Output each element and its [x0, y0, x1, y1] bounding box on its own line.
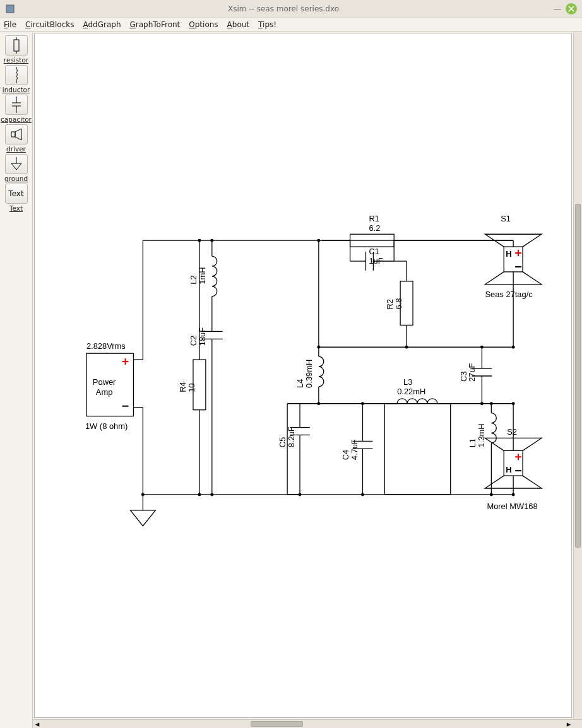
svg-point-86 [361, 402, 364, 405]
r1-name: R1 [369, 214, 379, 223]
svg-point-85 [317, 402, 320, 405]
svg-text:H: H [506, 465, 511, 474]
svg-point-84 [512, 346, 515, 349]
c4-value: 4.7uF [350, 439, 359, 460]
vscroll-thumb[interactable] [575, 204, 581, 548]
svg-rect-12 [11, 132, 15, 137]
r4-value: 10 [187, 383, 196, 392]
l3-value: 0.22mH [397, 387, 425, 396]
l4-value: 0.39mH [304, 360, 314, 388]
tool-ground[interactable]: ground [3, 154, 30, 182]
svg-point-94 [141, 493, 145, 496]
tool-text[interactable]: Text Text [3, 184, 30, 212]
amp-name2: Amp [96, 387, 113, 397]
l4-name: L4 [295, 379, 305, 388]
svg-point-89 [512, 402, 515, 405]
ground-icon [10, 157, 23, 171]
c2-value: 18uF [198, 327, 207, 346]
c1-value: 1uF [369, 256, 383, 266]
menubar: File CircuitBlocks AddGraph GraphToFront… [0, 18, 582, 32]
svg-point-88 [490, 402, 493, 405]
driver-icon [9, 127, 24, 142]
l1-name: L1 [468, 438, 477, 447]
tool-driver[interactable]: driver [3, 124, 30, 153]
amp-power-label: 1W (8 ohm) [85, 421, 128, 431]
text-icon: Text [5, 184, 28, 204]
svg-point-90 [299, 493, 302, 496]
svg-point-81 [317, 346, 320, 349]
svg-text:H: H [506, 249, 511, 259]
titlebar: Xsim -- seas morel series.dxo — [0, 0, 582, 18]
menu-file[interactable]: File [4, 20, 16, 29]
tool-capacitor[interactable]: capacitor [3, 95, 30, 123]
menu-about[interactable]: About [227, 20, 250, 29]
svg-point-91 [361, 493, 364, 496]
tool-resistor[interactable]: resistor [3, 35, 30, 64]
window-title: Xsim -- seas morel series.dxo [18, 4, 549, 13]
svg-point-77 [210, 239, 213, 242]
hscroll-right-arrow[interactable]: ▸ [564, 720, 573, 728]
svg-rect-0 [6, 5, 14, 13]
r2-value: 6.8 [394, 298, 403, 310]
svg-point-79 [210, 493, 213, 496]
svg-point-78 [198, 493, 201, 496]
svg-rect-4 [14, 40, 19, 51]
c3-value: 27uF [467, 363, 477, 382]
tool-inductor[interactable]: inductor [3, 65, 30, 93]
r1-value: 6.2 [369, 223, 380, 233]
r2-name: R2 [385, 299, 395, 309]
svg-point-87 [480, 402, 484, 405]
toolbox: resistor inductor capacitor driver groun… [0, 32, 33, 728]
svg-point-93 [512, 493, 515, 496]
s1-name: S1 [501, 214, 511, 223]
vertical-scrollbar[interactable] [573, 32, 582, 719]
c1-name: C1 [369, 247, 379, 256]
svg-point-83 [480, 346, 484, 349]
svg-point-92 [490, 493, 493, 496]
l2-name: L2 [189, 275, 198, 284]
menu-addgraph[interactable]: AddGraph [83, 20, 121, 29]
c5-name: C5 [278, 437, 287, 448]
amp-vrms-label: 2.828Vrms [86, 341, 126, 351]
l3-name: L3 [403, 377, 412, 387]
c4-name: C4 [341, 450, 350, 461]
svg-point-82 [405, 346, 408, 349]
c2-name: C2 [189, 336, 198, 346]
inductor-icon [12, 67, 21, 83]
menu-circuitblocks[interactable]: CircuitBlocks [25, 20, 74, 29]
capacitor-icon [10, 97, 23, 113]
r4-name: R4 [178, 382, 187, 392]
hscroll-left-arrow[interactable]: ◂ [33, 720, 42, 728]
c3-name: C3 [459, 371, 468, 382]
s1-label: Seas 27tag/c [485, 290, 533, 299]
menu-tips[interactable]: Tips! [258, 20, 276, 29]
s2-label: Morel MW168 [487, 502, 537, 511]
horizontal-scrollbar[interactable]: ◂ ▸ [33, 719, 582, 728]
amp-name: Power [93, 377, 116, 387]
l1-value: 1.3mH [477, 423, 486, 447]
s2-name: S2 [507, 427, 517, 437]
menu-options[interactable]: Options [189, 20, 218, 29]
minimize-button[interactable]: — [552, 3, 563, 15]
resistor-icon [12, 37, 21, 54]
schematic-canvas[interactable]: H H 2.828Vrms Power Amp 1W (8 ohm) R1 6.… [34, 33, 572, 718]
l2-value: 1mH [198, 267, 207, 285]
main-area: resistor inductor capacitor driver groun… [0, 32, 582, 728]
schematic-drawing: H H 2.828Vrms Power Amp 1W (8 ohm) R1 6.… [35, 33, 571, 717]
app-icon [5, 4, 15, 14]
menu-graphtofront[interactable]: GraphToFront [129, 20, 180, 29]
hscroll-thumb[interactable] [251, 721, 303, 727]
svg-point-80 [317, 239, 320, 242]
c5-value: 8.2uF [287, 426, 296, 447]
svg-point-76 [198, 239, 201, 242]
close-button[interactable] [566, 3, 577, 15]
